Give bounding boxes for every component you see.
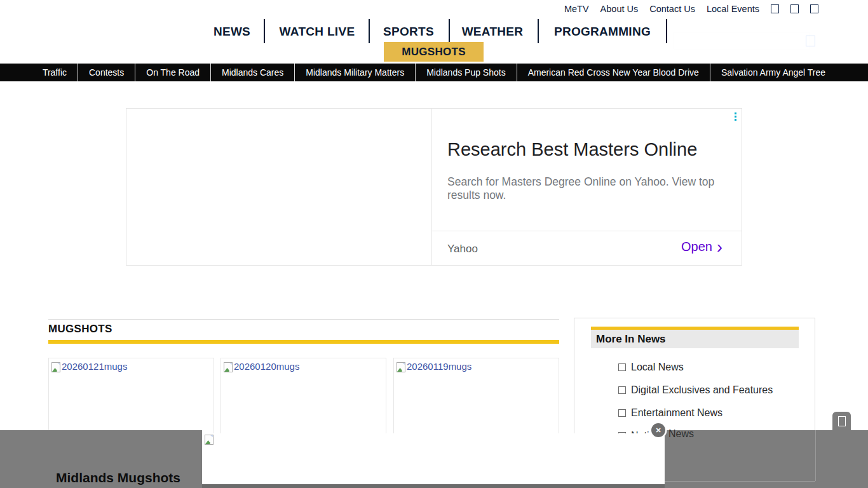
sidebar-item-fragment: News	[668, 428, 694, 440]
bullet-icon	[618, 386, 626, 394]
anchor-ad-bottom-strip	[202, 484, 665, 488]
subnav-item-on-the-road[interactable]: On The Road	[135, 64, 211, 81]
secondary-nav: Traffic Contests On The Road Midlands Ca…	[0, 64, 868, 81]
facebook-icon[interactable]	[771, 4, 779, 13]
nav-item-mugshots-active[interactable]: MUGSHOTS	[384, 42, 484, 62]
nav-divider	[538, 19, 539, 43]
sidebar-item-digital-exclusives[interactable]: Digital Exclusives and Features	[618, 384, 773, 396]
chevron-right-icon: ›	[717, 241, 722, 254]
twitter-icon[interactable]	[790, 4, 799, 13]
section-top-rule	[48, 319, 559, 320]
anchor-ad-frame[interactable]	[202, 433, 665, 484]
utility-link-metv[interactable]: MeTV	[564, 4, 589, 14]
utility-link-contact-us[interactable]: Contact Us	[649, 4, 695, 14]
sidebar-title: More In News	[591, 330, 799, 348]
tab-glyph-icon	[838, 416, 846, 426]
nav-divider	[666, 19, 667, 43]
nav-item-watch-live[interactable]: WATCH LIVE	[270, 24, 364, 40]
nav-divider	[264, 19, 265, 43]
nav-item-weather[interactable]: WEATHER	[454, 24, 531, 40]
subnav-item-traffic[interactable]: Traffic	[32, 64, 78, 81]
nav-divider	[449, 19, 450, 43]
bullet-icon	[618, 409, 626, 417]
ad-open-label: Open	[681, 240, 712, 254]
broken-image-icon	[51, 362, 60, 372]
broken-image-icon	[397, 362, 405, 372]
ad-headline[interactable]: Research Best Masters Online	[447, 139, 727, 160]
subnav-item-contests[interactable]: Contests	[78, 64, 135, 81]
search-input[interactable]	[674, 32, 810, 50]
nav-divider	[369, 19, 370, 43]
page: MeTV About Us Contact Us Local Events NE…	[0, 0, 868, 488]
subnav-item-military-matters[interactable]: Midlands Military Matters	[295, 64, 416, 81]
ad-divider	[432, 231, 742, 231]
sidebar-item-entertainment-news[interactable]: Entertainment News	[618, 407, 722, 419]
subnav-item-angel-tree[interactable]: Salvation Army Angel Tree	[710, 64, 836, 81]
ad-advertiser-name: Yahoo	[447, 243, 478, 255]
mugshot-image-alt: 20260120mugs	[234, 361, 299, 372]
instagram-icon[interactable]	[810, 4, 818, 13]
broken-image-icon	[224, 362, 233, 372]
utility-bar: MeTV About Us Contact Us Local Events	[564, 4, 818, 14]
feedback-tab-button[interactable]	[832, 412, 851, 431]
mugshot-image-alt: 20260121mugs	[62, 361, 127, 372]
display-ad[interactable]: Research Best Masters Online Search for …	[126, 108, 742, 266]
section-title: MUGSHOTS	[48, 323, 112, 336]
article-title[interactable]: Midlands Mugshots	[56, 470, 180, 485]
mugshot-image-alt: 20260119mugs	[407, 361, 471, 372]
close-icon[interactable]: ✕	[651, 423, 665, 437]
overlay-card-edge	[815, 430, 816, 481]
ad-image-pane	[126, 109, 432, 265]
search-icon[interactable]	[806, 36, 815, 46]
subnav-item-pup-shots[interactable]: Midlands Pup Shots	[416, 64, 517, 81]
subnav-item-blood-drive[interactable]: American Red Cross New Year Blood Drive	[517, 64, 710, 81]
nav-item-sports[interactable]: SPORTS	[376, 24, 441, 40]
utility-link-local-events[interactable]: Local Events	[707, 4, 759, 14]
site-header: MeTV About Us Contact Us Local Events NE…	[0, 0, 868, 64]
ad-open-button[interactable]: Open ›	[681, 240, 722, 254]
sidebar-header: More In News	[591, 327, 799, 348]
nav-item-news[interactable]: NEWS	[210, 24, 254, 40]
broken-image-icon	[205, 435, 214, 445]
overlay-card-edge	[665, 481, 815, 482]
anchor-ad-overlay-right	[665, 430, 868, 488]
sidebar-item-local-news[interactable]: Local News	[618, 362, 684, 373]
bullet-icon	[618, 363, 626, 371]
nav-item-programming[interactable]: PROGRAMMING	[545, 24, 660, 40]
ad-options-dots-icon[interactable]	[735, 112, 736, 121]
subnav-item-midlands-cares[interactable]: Midlands Cares	[211, 64, 295, 81]
ad-body-text: Search for Masters Degree Online on Yaho…	[447, 175, 724, 202]
section-yellow-rule	[48, 340, 559, 344]
utility-link-about-us[interactable]: About Us	[600, 4, 639, 14]
